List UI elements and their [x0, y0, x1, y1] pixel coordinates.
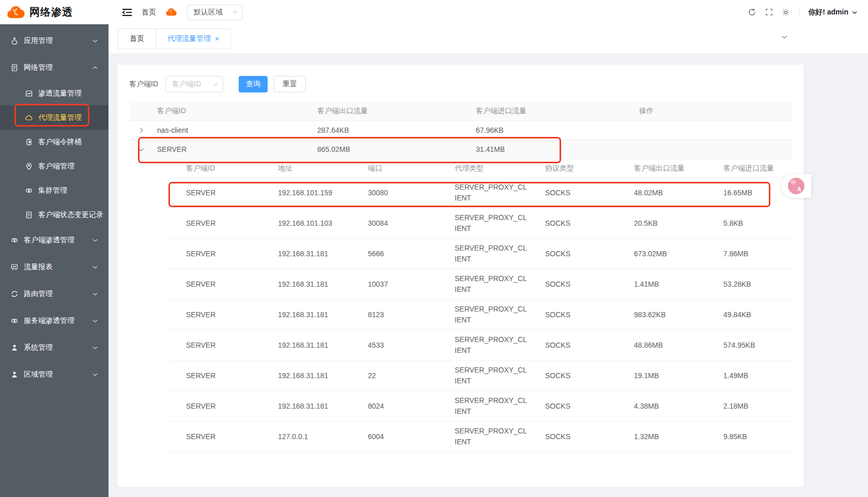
sidebar-subitem-client-status-log[interactable]: 客户端状态变更记录 [0, 203, 109, 227]
client-row-server: SERVER 865.02MB 31.41MB [129, 140, 792, 159]
cell-proxy-type: SERVER_PROXY_CLIENT [437, 269, 528, 299]
region-select[interactable]: 默认区域 [187, 5, 243, 20]
cell-traffic-in: 574.95KB [706, 341, 792, 349]
sidebar-item-label: 客户端状态变更记录 [38, 210, 103, 220]
cell-proxy-type: SERVER_PROXY_CLIENT [437, 361, 528, 391]
trend-chart-icon [25, 89, 33, 98]
sidebar-item-server-penetration[interactable]: 服务端渗透管理 [0, 307, 109, 334]
column-header: 客户端出口流量 [616, 164, 706, 173]
cell-address: 192.168.31.181 [260, 250, 350, 258]
tab-proxy-traffic[interactable]: 代理流量管理 × [156, 28, 231, 49]
reset-button[interactable]: 重置 [274, 76, 306, 92]
cell-traffic-out: 673.02MB [616, 250, 706, 258]
column-header: 客户端ID [153, 106, 313, 116]
cell-address: 192.168.101.103 [260, 219, 350, 227]
menu-fold-icon[interactable] [122, 8, 132, 17]
nested-table-row: SERVER 192.168.101.159 30080 SERVER_PROX… [168, 178, 792, 208]
region-select-value: 默认区域 [194, 8, 223, 17]
route-sync-icon [10, 290, 19, 298]
sidebar-item-label: 网络管理 [24, 63, 92, 72]
content-panel: 客户端ID 客户端ID 查询 重置 客户端ID 客户端出口流量 客户端进口流量 [118, 65, 803, 487]
cell-protocol: SOCKS [528, 250, 616, 258]
collapse-caret-icon[interactable] [129, 147, 153, 152]
sidebar-subitem-client-management[interactable]: 客户端管理 [0, 154, 109, 178]
sidebar-item-label: 客户端令牌桶 [38, 137, 98, 147]
chevron-down-icon [92, 238, 98, 242]
cell-address: 192.168.31.181 [260, 310, 350, 319]
tab-label: 代理流量管理 [167, 34, 211, 43]
nested-table-row: SERVER 192.168.31.181 10037 SERVER_PROXY… [168, 269, 792, 300]
cloud-icon [25, 114, 33, 122]
filter-label: 客户端ID [129, 80, 158, 89]
tab-home[interactable]: 首页 [118, 28, 156, 49]
chevron-down-icon [92, 39, 98, 43]
cell-protocol: SOCKS [528, 341, 616, 349]
cell-client-id: SERVER [168, 280, 260, 288]
sidebar-item-region-management[interactable]: 区域管理 [0, 361, 109, 388]
cluster-icon [25, 187, 33, 195]
close-icon[interactable]: × [215, 35, 219, 42]
client-id-select[interactable]: 客户端ID [165, 76, 223, 92]
cell-port: 6004 [350, 432, 437, 441]
cell-traffic-out: 48.86MB [616, 341, 706, 349]
sidebar-item-label: 系统管理 [24, 343, 92, 352]
sidebar-subitem-cluster-management[interactable]: 集群管理 [0, 178, 109, 203]
breadcrumb-home[interactable]: 首页 [142, 8, 156, 17]
cell-proxy-type: SERVER_PROXY_CLIENT [437, 178, 528, 208]
client-id-select-placeholder: 客户端ID [172, 80, 201, 89]
cell-port: 5666 [350, 250, 437, 258]
cell-client-id: SERVER [168, 432, 260, 441]
sidebar-item-label: 代理流量管理 [38, 113, 98, 122]
translate-zh-glyph: 中 [791, 180, 796, 185]
tab-overflow-chevron-icon[interactable] [781, 35, 788, 39]
sidebar-item-label: 路由管理 [24, 289, 92, 299]
expand-caret-icon[interactable] [129, 127, 153, 133]
content-area: 客户端ID 客户端ID 查询 重置 客户端ID 客户端出口流量 客户端进口流量 [109, 53, 868, 497]
column-header: 客户端ID [168, 164, 260, 173]
sidebar-subitem-penetration-traffic[interactable]: 渗透流量管理 [0, 81, 109, 105]
sidebar-subitem-proxy-traffic[interactable]: 代理流量管理 [0, 105, 109, 130]
refresh-icon[interactable] [748, 8, 756, 17]
sidebar-item-app-management[interactable]: 应用管理 [0, 27, 109, 54]
column-header: 代理类型 [437, 159, 528, 178]
user-menu[interactable]: 你好! admin [808, 8, 858, 17]
sidebar-item-client-penetration[interactable]: 客户端渗透管理 [0, 227, 109, 254]
translate-icon[interactable]: 中 A [788, 178, 804, 194]
main-area: 首页 默认区域 [109, 0, 868, 497]
translate-en-glyph: A [797, 187, 801, 192]
cloud-logo-icon [6, 5, 25, 20]
cell-client-id: SERVER [168, 310, 260, 319]
sidebar-item-system-management[interactable]: 系统管理 [0, 334, 109, 361]
sidebar-item-network-management[interactable]: 网络管理 [0, 54, 109, 81]
chevron-up-icon [92, 66, 98, 70]
cell-port: 4533 [350, 341, 437, 349]
sidebar-item-label: 应用管理 [24, 36, 92, 45]
sidebar-item-traffic-report[interactable]: 流量报表 [0, 254, 109, 281]
cell-traffic-in: 9.85KB [706, 432, 792, 441]
cell-proxy-type: SERVER_PROXY_CLIENT [437, 208, 528, 238]
sidebar-item-label: 服务端渗透管理 [24, 316, 92, 325]
cell-protocol: SOCKS [528, 280, 616, 288]
sidebar-menu: 应用管理 网络管理 渗透流量管理 [0, 24, 109, 388]
chevron-down-icon [851, 10, 858, 14]
nested-table-row: SERVER 192.168.31.181 8024 SERVER_PROXY_… [168, 391, 792, 422]
theme-sun-icon[interactable] [782, 8, 790, 17]
cell-port: 30080 [350, 189, 437, 197]
cell-address: 127.0.0.1 [260, 432, 350, 441]
tab-bar: 首页 代理流量管理 × [109, 24, 868, 53]
sidebar-subitem-client-token-bucket[interactable]: 客户端令牌桶 [0, 130, 109, 154]
chevron-down-icon [92, 372, 98, 377]
fullscreen-icon[interactable] [765, 8, 773, 16]
search-button[interactable]: 查询 [239, 76, 268, 92]
column-header: 操作 [635, 106, 792, 116]
cell-traffic-out: 865.02MB [313, 145, 472, 153]
nested-table-row: SERVER 192.168.31.181 22 SERVER_PROXY_CL… [168, 361, 792, 391]
topbar: 首页 默认区域 [109, 0, 868, 24]
sidebar-item-label: 客户端渗透管理 [24, 236, 92, 245]
sidebar-item-route-management[interactable]: 路由管理 [0, 281, 109, 307]
cell-protocol: SOCKS [528, 432, 616, 441]
chevron-down-icon [92, 292, 98, 296]
nested-proxy-table: 客户端ID 地址 端口 代理类型 协议类型 客户端出口流量 客户端进口流量 SE… [168, 159, 792, 452]
cell-proxy-type: SERVER_PROXY_CLIENT [437, 239, 528, 269]
cell-traffic-in: 49.84KB [706, 310, 792, 319]
